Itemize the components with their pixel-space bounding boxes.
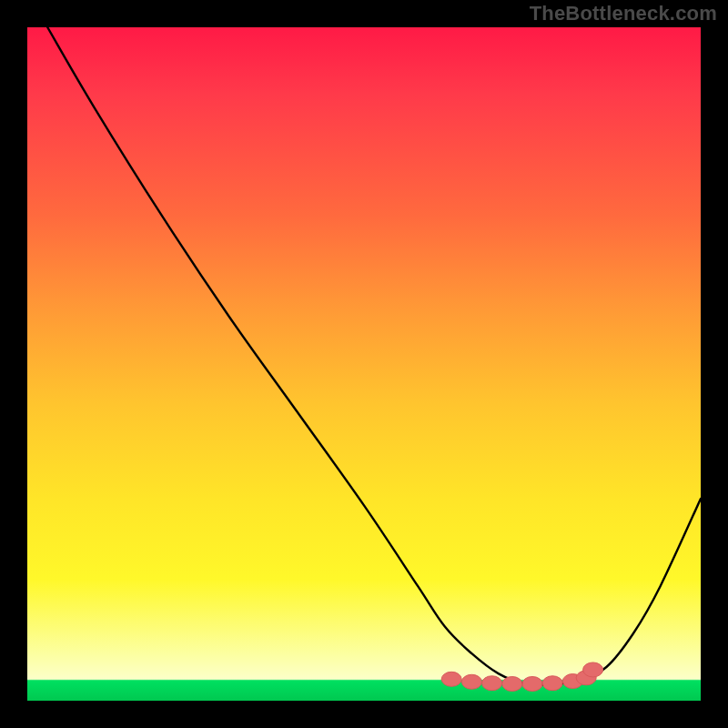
- chart-frame: TheBottleneck.com: [0, 0, 728, 728]
- marker-dot: [542, 676, 562, 691]
- flat-region-markers: [441, 662, 602, 692]
- marker-dot: [441, 672, 461, 686]
- marker-dot: [461, 674, 481, 689]
- marker-dot: [522, 677, 542, 692]
- bottleneck-curve: [47, 27, 701, 685]
- curve-layer: [27, 27, 701, 701]
- marker-dot: [502, 677, 522, 692]
- plot-area: [27, 27, 701, 701]
- watermark-text: TheBottleneck.com: [530, 2, 717, 25]
- marker-dot: [482, 676, 502, 691]
- marker-dot: [583, 662, 603, 677]
